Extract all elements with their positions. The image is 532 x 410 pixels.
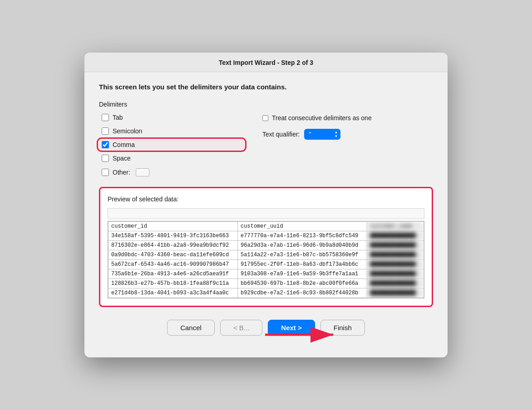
table-cell-blurred: ██████████████: [367, 269, 424, 279]
table-row: e271d4b8-13da-4041-b093-a3c3a4f4aa0c b92…: [108, 288, 424, 298]
table-row: 34e158af-5395-4801-9419-3fc3163be663 e77…: [108, 231, 424, 241]
table-cell-blurred: ██████████████: [367, 250, 424, 260]
table-cell-blurred: ██████████████: [367, 231, 424, 241]
table-row: 8716302e-e864-41bb-a2a8-99ea9b9dcf92 96a…: [108, 241, 424, 250]
table-cell-blurred: customer_name: [367, 222, 424, 231]
next-button[interactable]: Next >: [268, 320, 315, 336]
space-label[interactable]: Space: [113, 155, 131, 162]
table-cell: 735a6b1e-26ba-4913-a4e6-a26cd5aea91f: [108, 269, 238, 279]
tab-label[interactable]: Tab: [113, 114, 123, 121]
tab-row: Tab: [99, 112, 244, 122]
comma-checkbox[interactable]: [102, 141, 109, 148]
delimiters-section: Tab Semicolon Comma Space Other:: [99, 112, 433, 178]
table-cell: 5a672caf-6543-4a46-ac16-909907986b47: [108, 260, 238, 269]
dialog-title: Text Import Wizard - Step 2 of 3: [84, 53, 448, 72]
consecutive-row: Treat consecutive delimiters as one: [262, 114, 433, 122]
text-import-wizard-dialog: Text Import Wizard - Step 2 of 3 This sc…: [84, 53, 448, 357]
space-row: Space: [99, 153, 244, 163]
semicolon-label[interactable]: Semicolon: [113, 127, 142, 135]
cancel-button[interactable]: Cancel: [167, 320, 215, 336]
comma-row-highlighted: Comma: [99, 140, 244, 150]
table-cell-blurred: ██████████████: [367, 288, 424, 298]
other-text-input[interactable]: [136, 168, 149, 176]
table-cell: 917955ec-2f0f-11eb-8a63-dbf173a4bb6c: [238, 260, 367, 269]
other-row: Other:: [99, 167, 244, 178]
preview-section: Preview of selected data: customer_id cu…: [99, 187, 433, 307]
table-cell: e777770a-e7a4-11e6-8213-9bf5c8dfc549: [238, 231, 367, 241]
text-qualifier-label: Text qualifier:: [262, 131, 300, 138]
consecutive-label[interactable]: Treat consecutive delimiters as one: [272, 114, 372, 122]
table-cell: customer_uuid: [238, 222, 367, 231]
table-cell: 0a9d0bdc-4703-4360-beac-da11efe609cd: [108, 250, 238, 260]
delimiters-label: Delimiters: [99, 101, 433, 108]
table-cell: bb694530-697b-11e8-8b2e-abc00f0fe66a: [238, 279, 367, 288]
consecutive-checkbox[interactable]: [262, 115, 268, 121]
preview-label: Preview of selected data:: [108, 195, 424, 203]
text-qualifier-select-wrapper: " {none} ' ▲ ▼: [304, 129, 340, 140]
table-cell: 5a114a22-e7a3-11e6-b87c-bb5758360e9f: [238, 250, 367, 260]
text-qualifier-select[interactable]: " {none} ': [304, 129, 340, 140]
semicolon-row: Semicolon: [99, 126, 244, 136]
tab-checkbox[interactable]: [102, 114, 109, 121]
table-cell: 34e158af-5395-4801-9419-3fc3163be663: [108, 231, 238, 241]
other-checkbox[interactable]: [102, 169, 109, 176]
space-checkbox[interactable]: [102, 155, 109, 162]
table-cell: b929cdbe-e7a2-11e6-8c93-8b802f44028b: [238, 288, 367, 298]
dialog-content: This screen lets you set the delimiters …: [84, 72, 448, 357]
text-qualifier-row: Text qualifier: " {none} ' ▲ ▼: [262, 129, 433, 140]
back-button[interactable]: < B...: [220, 320, 262, 336]
table-cell: 128826b3-e27b-457b-bb18-1fea88f9c11a: [108, 279, 238, 288]
table-cell-blurred: ██████████████: [367, 279, 424, 288]
table-row: 735a6b1e-26ba-4913-a4e6-a26cd5aea91f 910…: [108, 269, 424, 279]
table-cell: 8716302e-e864-41bb-a2a8-99ea9b9dcf92: [108, 241, 238, 250]
table-row: 5a672caf-6543-4a46-ac16-909907986b47 917…: [108, 260, 424, 269]
comma-label[interactable]: Comma: [113, 141, 135, 148]
table-cell-blurred: ██████████████: [367, 241, 424, 250]
table-cell: customer_id: [108, 222, 238, 231]
table-cell: 96a29d3a-e7ab-11e6-96d6-9b9a8d040b9d: [238, 241, 367, 250]
table-row: customer_id customer_uuid customer_name: [108, 222, 424, 231]
other-label[interactable]: Other:: [113, 169, 130, 176]
buttons-area: Cancel < B... Next > Finish: [99, 316, 433, 350]
table-cell-blurred: ██████████████: [367, 260, 424, 269]
description-text: This screen lets you set the delimiters …: [99, 83, 433, 91]
table-cell: 9103a308-e7a9-11e6-9a59-9b3ffe7a1aa1: [238, 269, 367, 279]
semicolon-checkbox[interactable]: [102, 127, 109, 135]
preview-table: customer_id customer_uuid customer_name …: [108, 221, 424, 298]
preview-empty-row: [108, 208, 424, 219]
table-row: 128826b3-e27b-457b-bb18-1fea88f9c11a bb6…: [108, 279, 424, 288]
delimiters-right: Treat consecutive delimiters as one Text…: [244, 112, 433, 178]
delimiters-left: Tab Semicolon Comma Space Other:: [99, 112, 244, 178]
title-text: Text Import Wizard - Step 2 of 3: [219, 59, 313, 66]
table-cell: e271d4b8-13da-4041-b093-a3c3a4f4aa0c: [108, 288, 238, 298]
table-row: 0a9d0bdc-4703-4360-beac-da11efe609cd 5a1…: [108, 250, 424, 260]
preview-table-wrapper: customer_id customer_uuid customer_name …: [108, 221, 424, 298]
finish-button[interactable]: Finish: [320, 320, 365, 336]
